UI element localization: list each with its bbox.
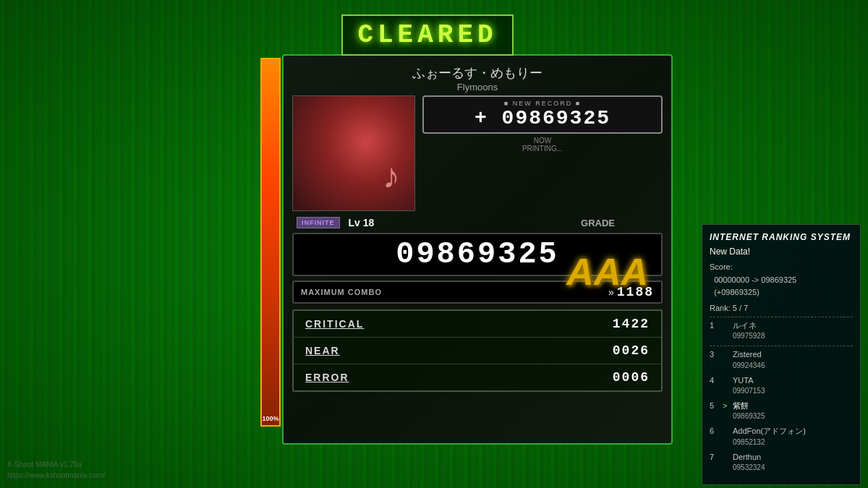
player-name-1: ルイネ: [733, 320, 765, 331]
cleared-border: CLEARED: [341, 14, 513, 56]
rank-arrow-7: [723, 452, 730, 463]
rank-label: Rank:: [710, 304, 731, 312]
player-name-4: YUTA: [733, 375, 765, 386]
stat-label-near: NEAR: [305, 345, 613, 356]
player-block-3: Zistered 09924346: [733, 349, 765, 370]
player-block-7: Derthun 09532324: [733, 452, 765, 473]
grade-aaa: AAA: [566, 250, 648, 294]
player-name-3: Zistered: [733, 349, 765, 360]
player-block-1: ルイネ 09975928: [733, 320, 765, 341]
score-label: Score:: [710, 262, 733, 271]
combo-label: MAXIMUM COMBO: [301, 288, 608, 296]
stat-label-error: ERROR: [305, 372, 613, 383]
rank-num-1: 1: [710, 320, 720, 331]
stat-value-critical: 1422: [613, 317, 650, 331]
stat-value-near: 0026: [613, 343, 650, 358]
rank-num-6: 6: [710, 426, 720, 437]
score-plus: + 09869325: [430, 107, 655, 129]
player-score-7: 09532324: [733, 463, 765, 473]
player-score-6: 09852132: [733, 437, 806, 448]
rank-arrow-1: [723, 320, 730, 331]
footer: K-Shoot MANIA v1.75a https://www.kshootm…: [7, 459, 105, 481]
ranking-divider-2: [710, 346, 853, 346]
rank-num-7: 7: [710, 452, 720, 463]
player-name-5: 紫餅: [733, 401, 765, 411]
song-title: ふぉーるす・めもりー: [292, 64, 663, 82]
music-note-icon: ♪: [383, 156, 400, 196]
ranking-item-1: 1 ルイネ 09975928: [710, 320, 853, 341]
level-text: Lv 18: [349, 217, 375, 228]
rank-arrow-5: >: [723, 401, 730, 411]
new-record-box: ■ NEW RECORD ■ + 09869325: [422, 95, 663, 134]
rank-arrow-6: [723, 426, 730, 437]
rank-arrow-4: [723, 375, 730, 386]
score-diff: (+09869325): [714, 288, 760, 296]
footer-line1: K-Shoot MANIA v1.75a: [7, 459, 105, 470]
stat-row-error: ERROR 0006: [294, 364, 661, 390]
ranking-score-section: Score: 00000000 -> 09869325 (+09869325): [710, 261, 853, 299]
grade-label: GRADE: [581, 218, 615, 228]
ranking-divider: [710, 317, 853, 317]
ranking-item-7: 7 Derthun 09532324: [710, 452, 853, 473]
ranking-item-5: 5 > 紫餅 09869325: [710, 401, 853, 421]
progress-label: 100%: [262, 415, 279, 422]
player-name-7: Derthun: [733, 452, 765, 463]
ranking-new-data: New Data!: [710, 247, 853, 257]
player-score-3: 09924346: [733, 361, 765, 371]
score-area: ■ NEW RECORD ■ + 09869325 NOW PRINTING..…: [422, 95, 663, 153]
score-to: 09869325: [761, 275, 796, 284]
ranking-panel: INTERNET RANKING SYSTEM New Data! Score:…: [702, 224, 861, 485]
song-title-area: ふぉーるす・めもりー Flymoons: [292, 64, 663, 93]
player-block-4: YUTA 09907153: [733, 375, 765, 396]
stat-row-near: NEAR 0026: [294, 338, 661, 364]
ranking-item-6: 6 AddFon(アドフォン) 09852132: [710, 426, 853, 447]
rank-num-5: 5: [710, 401, 720, 411]
stat-row-critical: CRITICAL 1422: [294, 311, 661, 338]
score-arrow: ->: [752, 275, 761, 284]
cleared-text: CLEARED: [357, 20, 497, 50]
ranking-list: 1 ルイネ 09975928 3 Zistered 09924346 4 YUT…: [710, 320, 853, 473]
main-panel: ふぉーるす・めもりー Flymoons ♪ ■ NEW RECORD ■ + 0…: [282, 54, 673, 445]
stat-label-critical: CRITICAL: [305, 318, 613, 330]
ranking-item-3: 3 Zistered 09924346: [710, 349, 853, 370]
stats-area: CRITICAL 1422 NEAR 0026 ERROR 0006: [292, 309, 663, 392]
progress-bar: 100%: [260, 58, 281, 427]
new-record-label: ■ NEW RECORD ■: [430, 100, 655, 107]
player-block-6: AddFon(アドフォン) 09852132: [733, 426, 806, 447]
rank-value: 5 / 7: [733, 304, 748, 312]
ranking-title: INTERNET RANKING SYSTEM: [710, 232, 853, 242]
infinite-badge: INFINITE: [297, 217, 340, 228]
level-bar: INFINITE Lv 18 GRADE: [292, 215, 663, 230]
player-block-5: 紫餅 09869325: [733, 401, 765, 421]
cleared-banner: CLEARED: [244, 14, 610, 56]
album-section: ♪ ■ NEW RECORD ■ + 09869325 NOW PRINTING…: [292, 95, 663, 211]
album-art: ♪: [292, 95, 415, 211]
score-from: 00000000: [714, 275, 749, 284]
song-artist: Flymoons: [292, 82, 663, 93]
rank-arrow-3: [723, 349, 730, 360]
ranking-rank-section: Rank: 5 / 7: [710, 304, 853, 312]
player-score-5: 09869325: [733, 411, 765, 421]
player-score-4: 09907153: [733, 386, 765, 396]
footer-line2: https://www.kshootmania.com/: [7, 470, 105, 481]
ranking-item-4: 4 YUTA 09907153: [710, 375, 853, 396]
player-score-1: 09975928: [733, 331, 765, 341]
stat-value-error: 0006: [613, 370, 650, 385]
rank-num-4: 4: [710, 375, 720, 386]
player-name-6: AddFon(アドフォン): [733, 426, 806, 437]
rank-num-3: 3: [710, 349, 720, 360]
now-printing: NOW PRINTING...: [422, 137, 663, 153]
